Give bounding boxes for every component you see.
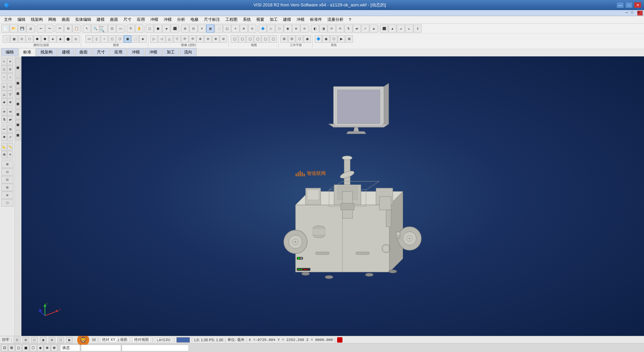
bb-btn8[interactable]: ⊕: [51, 345, 57, 351]
sub-minimize-btn[interactable]: —: [625, 11, 631, 15]
prop-btn-3[interactable]: ⊡: [18, 35, 25, 43]
tb-btn-r[interactable]: ⟳: [328, 25, 336, 33]
bb-btn6[interactable]: ◈: [37, 345, 43, 351]
shade3-btn[interactable]: ⬛: [171, 25, 179, 33]
lt-btn-r19[interactable]: 📐: [1, 143, 7, 150]
lt-btn-r9[interactable]: ◈: [1, 98, 7, 106]
bb-btn4[interactable]: ▣: [22, 345, 29, 351]
sub-restore-btn[interactable]: □: [631, 11, 637, 15]
lt-btn-r7[interactable]: △: [1, 91, 7, 98]
wp-btn-4[interactable]: ◉: [304, 35, 311, 43]
shape-btn-4[interactable]: ◻: [108, 35, 116, 43]
paste-btn[interactable]: 📋: [72, 25, 80, 33]
tb-btn-p[interactable]: ◧: [311, 25, 319, 33]
tb-btn-ab[interactable]: ⊻: [414, 25, 422, 33]
layer-label[interactable]: LAYER0: [155, 338, 172, 342]
wp-btn-1[interactable]: ⊞: [280, 35, 288, 43]
shape-btn-6[interactable]: ▣: [124, 35, 131, 43]
menu-drawing[interactable]: 工程图: [223, 16, 240, 23]
tb-btn-k[interactable]: ▷: [267, 25, 275, 33]
zoom-in-btn[interactable]: 🔍: [91, 25, 99, 33]
lt-btn-single4[interactable]: ⊞: [1, 184, 13, 191]
sb-icon3[interactable]: ▷: [31, 337, 38, 343]
sys-btn-3[interactable]: ⬡: [330, 35, 337, 43]
lt-btn-r3[interactable]: ○: [1, 73, 7, 81]
sb-icon4[interactable]: ◉: [40, 337, 47, 343]
lt-btn-r14[interactable]: ⇄: [7, 116, 13, 123]
close-button[interactable]: ✕: [634, 2, 641, 8]
print-btn[interactable]: 🖨: [26, 25, 35, 33]
menu-flow[interactable]: 流量分析: [325, 16, 346, 23]
tb-btn-h[interactable]: ⊕: [240, 25, 248, 33]
menu-view[interactable]: 视窗: [254, 16, 267, 23]
tb-btn-u[interactable]: ⇄: [353, 25, 361, 33]
tb-btn-c[interactable]: ✕: [198, 25, 206, 33]
prop-btn-10[interactable]: ◎: [72, 35, 79, 43]
menu-surface2[interactable]: 曲面: [107, 16, 121, 23]
lt-btn-r15[interactable]: ✂: [1, 126, 7, 133]
shape-btn-3[interactable]: ○: [101, 35, 108, 43]
tb-btn-e[interactable]: ⬜: [215, 25, 223, 33]
lt-btn-single5[interactable]: ⊕: [1, 191, 13, 199]
tb-btn-o[interactable]: ⊘: [301, 25, 309, 33]
view-btn-6[interactable]: ▢: [269, 35, 277, 43]
open-btn[interactable]: 📂: [10, 25, 18, 33]
img-btn-3[interactable]: △: [166, 35, 173, 43]
zoom-win-btn[interactable]: ▭: [116, 25, 124, 33]
tab-machining[interactable]: 加工: [162, 48, 179, 56]
lt-btn-r13[interactable]: ⇅: [1, 116, 7, 123]
img-btn-4[interactable]: ▽: [173, 35, 181, 43]
menu-build[interactable]: 建模: [94, 16, 107, 23]
img-btn-2[interactable]: ◁: [158, 35, 165, 43]
lt-btn-r8[interactable]: ▽: [7, 91, 13, 98]
color-swatch[interactable]: [176, 337, 190, 343]
shade2-btn[interactable]: ◈: [162, 25, 170, 33]
sb-icon1[interactable]: ⊡: [14, 337, 20, 343]
tb-btn-x[interactable]: ⬛: [380, 25, 388, 33]
menu-analysis[interactable]: 分析: [174, 16, 188, 23]
prop-col-btn1[interactable]: ⬛: [15, 58, 21, 78]
menu-stamp[interactable]: 冲模: [148, 16, 161, 23]
tb-btn-i[interactable]: ⊖: [248, 25, 256, 33]
tb-btn-q[interactable]: ◨: [319, 25, 327, 33]
tab-dim[interactable]: 尺寸: [93, 48, 109, 56]
menu-surface[interactable]: 曲面: [59, 16, 72, 23]
tb-btn-m[interactable]: ◉: [284, 25, 292, 33]
prop-btn-7[interactable]: ◈: [49, 35, 56, 43]
tb-btn-t[interactable]: ⇅: [344, 25, 353, 33]
tab-standard[interactable]: 标准: [19, 48, 36, 56]
sub-close-btn[interactable]: ✕: [637, 11, 643, 15]
tab-surface[interactable]: 曲面: [75, 48, 92, 56]
lt-btn-r18[interactable]: ⤢: [7, 133, 13, 141]
menu-dim-note[interactable]: 尺寸标注: [201, 16, 223, 23]
undo-btn[interactable]: ↩: [37, 25, 45, 33]
view-btn-1[interactable]: ▢: [231, 35, 238, 43]
view-btn-3[interactable]: ▢: [246, 35, 254, 43]
prop-col-btn5[interactable]: ⬛: [15, 109, 21, 120]
lt-btn-single3[interactable]: ⊟: [1, 176, 13, 183]
sys-btn-4[interactable]: ▶: [338, 35, 345, 43]
tb-btn-a[interactable]: ⊞: [181, 25, 189, 33]
img-btn-7[interactable]: ⊕: [197, 35, 204, 43]
lt-btn-r1[interactable]: ◻: [1, 65, 7, 73]
lt-btn-r10[interactable]: ⊕: [7, 98, 13, 106]
prop-btn-9[interactable]: ⬤: [64, 35, 72, 43]
lt-btn-r21[interactable]: ⊞: [1, 151, 7, 158]
prop-col-btn2[interactable]: ⬛: [15, 78, 21, 88]
tab-wireframe[interactable]: 线架构: [36, 48, 57, 56]
tab-apply[interactable]: 应用: [110, 48, 127, 56]
prop-btn-1[interactable]: ⬜: [3, 35, 10, 43]
shape-btn-5[interactable]: ⬡: [116, 35, 123, 43]
bb-btn2[interactable]: ⊞: [8, 345, 15, 351]
tb-btn-s[interactable]: ⟲: [336, 25, 344, 33]
menu-mesh[interactable]: 网格: [46, 16, 59, 23]
sys-btn-2[interactable]: ◉: [322, 35, 330, 43]
bb-btn3[interactable]: ◻: [15, 345, 22, 351]
redo-btn[interactable]: ↪: [45, 25, 53, 33]
abs-view-label[interactable]: 绝对视图: [132, 337, 151, 343]
img-btn-10[interactable]: ⊘: [220, 35, 227, 43]
shape-btn-8[interactable]: ◈: [139, 35, 147, 43]
img-btn-1[interactable]: ▷: [150, 35, 158, 43]
rotate-btn[interactable]: ↻: [127, 25, 135, 33]
sys-btn-5[interactable]: ⊠: [345, 35, 353, 43]
